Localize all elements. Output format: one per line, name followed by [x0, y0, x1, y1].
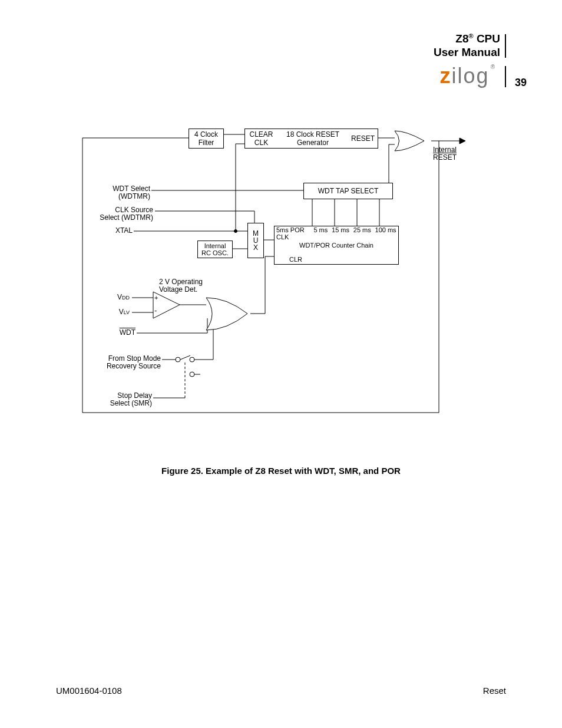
stop-delay-label: Stop Delay Select (SMR) [77, 392, 152, 407]
stop-delay-l2: Select (SMR) [77, 400, 152, 407]
vdd-label: VDD [109, 294, 130, 301]
counter-5ms-por: 5ms POR [275, 226, 312, 233]
svg-marker-3 [459, 138, 465, 144]
clock-filter-l2: Filter [199, 139, 214, 147]
counter-title: WDT/POR Counter Chain [275, 242, 398, 249]
footer-section: Reset [483, 686, 506, 696]
rc-osc-l1: Internal [204, 242, 226, 249]
vlv-main: V [119, 308, 124, 316]
reset-gen-clk: CLK [245, 139, 277, 147]
xtal-label: XTAL [100, 227, 133, 235]
volt-det-l2: Voltage Det. [159, 286, 203, 294]
vlv-sub: LV [124, 309, 130, 315]
product-name: Z8 [455, 32, 468, 45]
counter-100ms: 100 ms [375, 226, 396, 233]
logo-rest: ilog [452, 64, 490, 88]
logo-reg: ® [491, 64, 496, 70]
wdt-select-l2: (WDTMR) [77, 193, 150, 200]
counter-25ms: 25 ms [353, 226, 371, 233]
brand-logo: zilog® [440, 64, 496, 88]
counter-clk: CLK [275, 233, 398, 241]
counter-5ms: 5 ms [313, 226, 328, 233]
reset-block-diagram: 4 Clock Filter CLEAR CLK 18 Clock RESET … [77, 124, 489, 454]
counter-clr: CLR [275, 256, 302, 263]
rc-osc-block: Internal RC OSC. [197, 241, 233, 258]
vdd-main: V [117, 293, 122, 301]
page-number: 39 [515, 77, 527, 89]
reg-mark: ® [468, 32, 473, 39]
wdt-bar-label: WDT [109, 329, 135, 337]
figure-caption: Figure 25. Example of Z8 Reset with WDT,… [0, 466, 562, 476]
page-header: Z8® CPU User Manual [434, 32, 500, 60]
stop-mode-label: From Stop Mode Recovery Source [77, 355, 161, 370]
header-rule [505, 34, 506, 58]
logo-z: z [440, 64, 452, 88]
reset-generator-block: CLEAR CLK 18 Clock RESET Generator RESET [244, 129, 378, 149]
clock-filter-block: 4 Clock Filter [189, 129, 224, 149]
clk-source-l2: Select (WDTMR) [77, 214, 153, 222]
comparator-plus: + [154, 294, 158, 301]
svg-line-36 [180, 355, 190, 360]
svg-point-35 [190, 372, 194, 377]
volt-det-label: 2 V Operating Voltage Det. [159, 278, 203, 294]
counter-chain-block: 5ms POR 5 ms 15 ms 25 ms 100 ms CLK WDT/… [274, 226, 399, 265]
logo-rule [505, 66, 506, 87]
cpu-label: CPU [477, 32, 500, 45]
svg-point-34 [190, 357, 194, 362]
clock-filter-l1: 4 Clock [194, 130, 218, 139]
svg-point-33 [176, 357, 180, 362]
mux-block: M U X [247, 223, 264, 258]
tap-select-label: WDT TAP SELECT [318, 187, 378, 195]
reset-gen-out: RESET [348, 134, 378, 143]
stop-mode-l2: Recovery Source [77, 363, 161, 370]
vlv-label: VLV [109, 308, 130, 316]
wdt-select-label: WDT Select (WDTMR) [77, 185, 150, 200]
reset-gen-gen: Generator [277, 139, 348, 147]
reset-gen-title: 18 Clock RESET [277, 130, 348, 139]
rc-osc-l2: RC OSC. [201, 249, 229, 256]
reset-gen-clear: CLEAR [245, 130, 277, 139]
tap-select-block: WDT TAP SELECT [303, 183, 393, 199]
comparator-minus: - [154, 307, 157, 315]
footer-doc-id: UM001604-0108 [56, 686, 122, 696]
clk-source-label: CLK Source Select (WDTMR) [77, 206, 153, 222]
counter-15ms: 15 ms [332, 226, 349, 233]
vdd-sub: DD [122, 295, 130, 301]
out-reset: RESET [433, 154, 457, 162]
manual-label: User Manual [434, 46, 500, 60]
